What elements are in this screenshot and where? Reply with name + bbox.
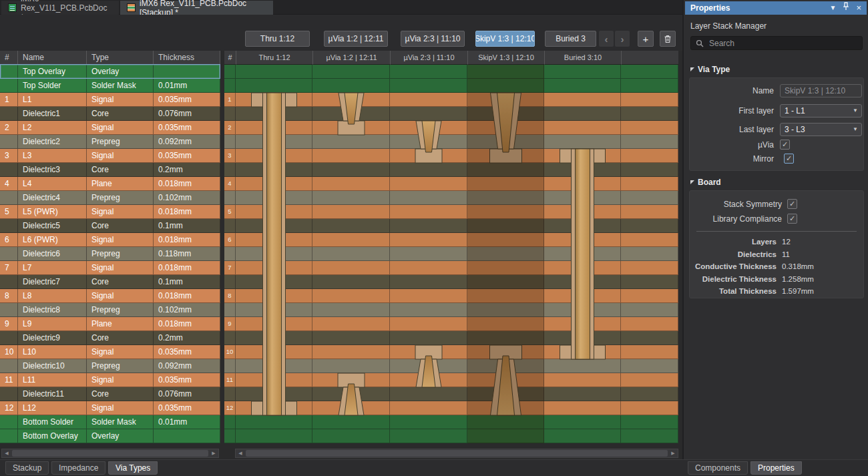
stat-value: 1.597mm <box>782 287 814 295</box>
document-tab[interactable]: iMX6 Rex_V1I1_PCB.PcbDoc [Stackup] * <box>120 1 273 15</box>
panel-tab-components[interactable]: Components <box>688 461 748 475</box>
table-row[interactable]: Dielectric6Prepreg0.118mm <box>0 247 220 261</box>
table-horizontal-scrollbar[interactable]: ◀▶ <box>1 449 219 458</box>
board-section-header[interactable]: Board <box>690 178 721 187</box>
table-row[interactable]: 11L11Signal0.035mm <box>0 373 220 387</box>
table-row[interactable]: Dielectric9Core0.2mm <box>0 331 220 345</box>
uvia-checkbox[interactable]: ✓ <box>780 140 790 150</box>
panel-tab-properties[interactable]: Properties <box>750 461 802 475</box>
scrollbar-thumb[interactable] <box>12 450 208 457</box>
table-row[interactable]: Bottom OverlayOverlay <box>0 429 220 443</box>
library-compliance-checkbox[interactable]: ✓ <box>787 214 797 224</box>
via-type-section-header[interactable]: Via Type <box>690 65 730 74</box>
table-row[interactable]: Bottom SolderSolder Mask0.01mm <box>0 415 220 429</box>
cross-cell <box>236 65 312 79</box>
scroll-right-icon[interactable]: ▶ <box>209 449 218 457</box>
search-icon <box>696 39 704 47</box>
cross-horizontal-scrollbar[interactable]: ◀▶ <box>235 449 678 458</box>
status-tab-bar: StackupImpedanceVia TypesComponentsPrope… <box>0 459 868 476</box>
table-row[interactable]: Top SolderSolder Mask0.01mm <box>0 79 220 93</box>
table-row[interactable]: 8L8Signal0.018mm <box>0 289 220 303</box>
via-name-field[interactable]: SkipV 1:3 | 12:10 <box>780 84 862 97</box>
table-row[interactable]: 6L6 (PWR)Signal0.018mm <box>0 233 220 247</box>
table-row[interactable]: Dielectric10Prepreg0.092mm <box>0 359 220 373</box>
table-row[interactable]: Dielectric3Core0.2mm <box>0 163 220 177</box>
cross-cell <box>467 373 544 387</box>
table-header-thickness[interactable]: Thickness <box>154 51 220 65</box>
scrollbar-thumb[interactable] <box>246 450 668 457</box>
cross-cell <box>544 331 621 345</box>
table-row[interactable]: 9L9Plane0.018mm <box>0 317 220 331</box>
stack-symmetry-checkbox[interactable]: ✓ <box>787 199 797 209</box>
cross-cell <box>236 373 312 387</box>
collapse-triangle-icon <box>690 180 694 184</box>
scroll-left-icon[interactable]: ◀ <box>236 449 245 457</box>
cross-cell <box>312 303 390 317</box>
layer-name: Dielectric11 <box>18 387 87 401</box>
chevron-left-icon[interactable]: ‹ <box>599 31 614 47</box>
table-row[interactable]: 10L10Signal0.035mm <box>0 345 220 359</box>
table-row[interactable]: Dielectric1Core0.076mm <box>0 107 220 121</box>
bottom-tab-via-types[interactable]: Via Types <box>108 461 158 475</box>
row-num <box>0 79 18 93</box>
table-row[interactable]: 1L1Signal0.035mm <box>0 93 220 107</box>
layer-thickness: 0.018mm <box>154 233 220 247</box>
last-layer-select[interactable]: 3 - L3 ▼ <box>780 123 862 136</box>
document-tab[interactable]: iMX6 Rex_V1I1_PCB.PcbDoc * <box>1 1 119 15</box>
row-num: 9 <box>0 317 18 331</box>
cross-cell <box>390 387 467 401</box>
table-row[interactable]: Dielectric7Core0.1mm <box>0 275 220 289</box>
cross-header-cell: Buried 3:10 <box>544 51 621 65</box>
table-row[interactable]: Dielectric11Core0.076mm <box>0 387 220 401</box>
cross-cell <box>236 79 312 93</box>
via-type-tab[interactable]: µVia 1:2 | 12:11 <box>324 31 388 47</box>
stack-symmetry-label: Stack Symmetry <box>690 198 782 211</box>
table-row[interactable]: 2L2Signal0.035mm <box>0 121 220 135</box>
table-row[interactable]: Dielectric4Prepreg0.102mm <box>0 191 220 205</box>
add-via-type-button[interactable]: + <box>638 31 654 47</box>
cross-cell <box>390 359 467 373</box>
layer-type: Signal <box>87 205 154 219</box>
bottom-tab-stackup[interactable]: Stackup <box>5 461 49 475</box>
via-type-tab[interactable]: µVia 2:3 | 11:10 <box>401 31 465 47</box>
layer-type: Overlay <box>87 65 154 79</box>
cross-cell <box>544 303 621 317</box>
table-row[interactable]: 5L5 (PWR)Signal0.018mm <box>0 205 220 219</box>
close-icon[interactable]: × <box>856 1 861 15</box>
cross-cell <box>621 93 678 107</box>
bottom-tab-impedance[interactable]: Impedance <box>51 461 105 475</box>
scroll-left-icon[interactable]: ◀ <box>2 449 11 457</box>
table-row[interactable]: Dielectric2Prepreg0.092mm <box>0 135 220 149</box>
table-row[interactable]: 3L3Signal0.035mm <box>0 149 220 163</box>
scroll-right-icon[interactable]: ▶ <box>668 449 678 457</box>
table-row[interactable]: Dielectric8Prepreg0.102mm <box>0 303 220 317</box>
table-row[interactable]: Dielectric5Core0.1mm <box>0 219 220 233</box>
search-input[interactable]: Search <box>690 36 863 50</box>
cross-cell <box>312 149 390 163</box>
table-header-num[interactable]: # <box>0 51 18 65</box>
via-type-tab[interactable]: Thru 1:12 <box>245 31 310 47</box>
cross-cell <box>390 415 467 429</box>
table-row[interactable]: 4L4Plane0.018mm <box>0 177 220 191</box>
mirror-checkbox[interactable]: ✓ <box>784 154 794 164</box>
stackup-table: #NameTypeThicknessTop OverlayOverlayTop … <box>0 51 222 459</box>
panel-menu-caret-icon[interactable]: ▼ <box>830 1 837 15</box>
table-header-name[interactable]: Name <box>18 51 87 65</box>
table-row[interactable]: Top OverlayOverlay <box>0 65 220 79</box>
table-header-type[interactable]: Type <box>87 51 154 65</box>
chevron-right-icon[interactable]: › <box>615 31 630 47</box>
table-row[interactable]: 12L12Signal0.035mm <box>0 401 220 415</box>
cross-cell <box>390 303 467 317</box>
cross-cell <box>312 373 390 387</box>
chevron-down-icon: ▼ <box>853 124 858 136</box>
layer-type: Plane <box>87 177 154 191</box>
cross-cell <box>390 317 467 331</box>
first-layer-select[interactable]: 1 - L1 ▼ <box>780 104 862 117</box>
cross-cell <box>390 261 467 275</box>
pin-icon[interactable] <box>843 1 849 15</box>
via-type-tab[interactable]: SkipV 1:3 | 12:10 <box>475 31 535 47</box>
cross-cell <box>544 387 621 401</box>
table-row[interactable]: 7L7Signal0.018mm <box>0 261 220 275</box>
delete-via-type-button[interactable] <box>660 31 676 47</box>
via-type-tab[interactable]: Buried 3 <box>545 31 596 47</box>
